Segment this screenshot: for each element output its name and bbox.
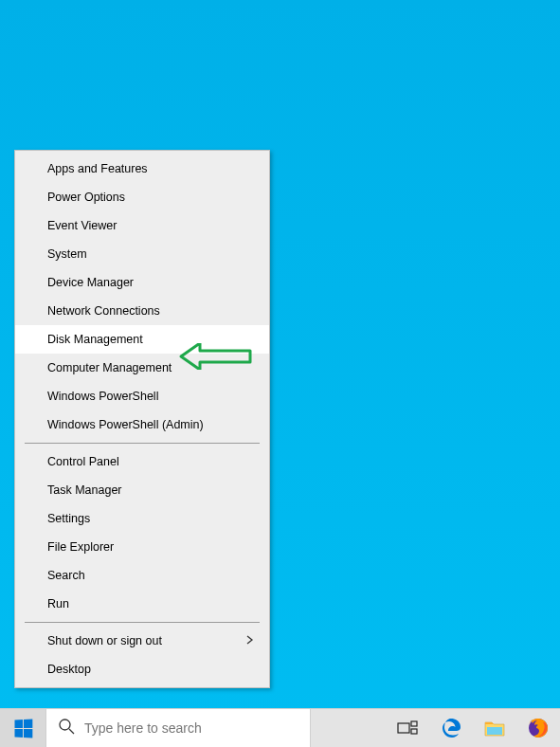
power-user-menu: Apps and Features Power Options Event Vi… — [14, 150, 270, 688]
menu-label: File Explorer — [47, 540, 114, 554]
search-placeholder: Type here to search — [84, 720, 202, 736]
svg-point-0 — [60, 720, 70, 730]
taskbar-app-file-explorer[interactable] — [473, 709, 516, 748]
folder-icon — [483, 717, 506, 739]
menu-item-powershell[interactable]: Windows PowerShell — [15, 382, 269, 410]
svg-rect-5 — [487, 727, 502, 735]
svg-rect-4 — [411, 729, 417, 734]
menu-label: Apps and Features — [47, 162, 148, 175]
windows-logo-icon — [14, 719, 32, 738]
menu-item-power-options[interactable]: Power Options — [15, 183, 269, 211]
menu-item-disk-management[interactable]: Disk Management — [15, 325, 269, 354]
taskbar-app-firefox[interactable] — [516, 709, 560, 748]
menu-item-search[interactable]: Search — [15, 561, 269, 590]
menu-label: Run — [47, 597, 69, 610]
menu-item-task-manager[interactable]: Task Manager — [15, 476, 269, 504]
taskbar-icons — [386, 709, 560, 748]
menu-label: System — [47, 247, 87, 261]
edge-icon — [440, 717, 462, 739]
menu-label: Search — [47, 569, 85, 582]
menu-item-shutdown-signout[interactable]: Shut down or sign out — [15, 627, 269, 655]
menu-item-device-manager[interactable]: Device Manager — [15, 268, 269, 297]
taskbar: Type here to search — [0, 708, 560, 747]
firefox-icon — [527, 717, 550, 739]
menu-label: Computer Management — [47, 361, 172, 374]
taskbar-app-edge[interactable] — [429, 709, 473, 748]
svg-rect-3 — [411, 721, 417, 726]
menu-separator — [25, 622, 260, 623]
task-view-button[interactable] — [386, 709, 429, 748]
taskbar-search[interactable]: Type here to search — [45, 709, 311, 748]
menu-label: Windows PowerShell — [47, 390, 158, 403]
menu-label: Power Options — [47, 191, 125, 204]
svg-rect-2 — [398, 723, 409, 733]
task-view-icon — [397, 720, 418, 736]
menu-label: Task Manager — [47, 483, 122, 497]
menu-label: Device Manager — [47, 276, 134, 289]
menu-label: Desktop — [47, 663, 91, 676]
menu-item-file-explorer[interactable]: File Explorer — [15, 533, 269, 561]
svg-line-1 — [69, 729, 74, 734]
menu-label: Network Connections — [47, 304, 160, 318]
menu-item-computer-management[interactable]: Computer Management — [15, 354, 269, 382]
chevron-right-icon — [246, 634, 254, 647]
menu-item-network-connections[interactable]: Network Connections — [15, 297, 269, 325]
menu-label: Control Panel — [47, 455, 119, 468]
menu-label: Settings — [47, 512, 90, 525]
menu-label: Windows PowerShell (Admin) — [47, 418, 204, 431]
menu-item-event-viewer[interactable]: Event Viewer — [15, 211, 269, 240]
menu-item-system[interactable]: System — [15, 240, 269, 268]
menu-item-desktop[interactable]: Desktop — [15, 655, 269, 683]
menu-item-run[interactable]: Run — [15, 590, 269, 618]
menu-item-apps-features[interactable]: Apps and Features — [15, 155, 269, 183]
menu-separator — [25, 443, 260, 444]
menu-item-settings[interactable]: Settings — [15, 504, 269, 533]
search-icon — [58, 718, 75, 738]
menu-item-powershell-admin[interactable]: Windows PowerShell (Admin) — [15, 410, 269, 439]
start-button[interactable] — [0, 709, 45, 748]
menu-label: Shut down or sign out — [47, 634, 162, 647]
menu-item-control-panel[interactable]: Control Panel — [15, 447, 269, 476]
menu-label: Event Viewer — [47, 219, 117, 232]
menu-label: Disk Management — [47, 333, 143, 346]
